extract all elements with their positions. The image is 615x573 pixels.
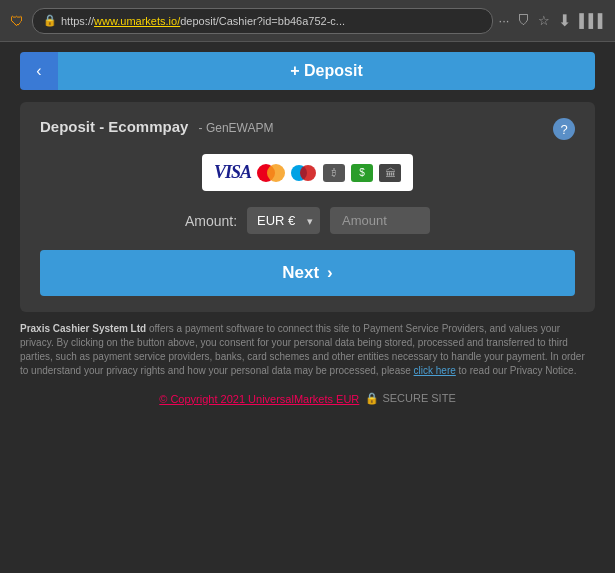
mastercard-logo — [257, 164, 285, 182]
card-provider-label: - GenEWAPM — [199, 121, 274, 135]
url-text: https://www.umarkets.io/deposit/Cashier?… — [61, 15, 345, 27]
browser-bar: 🛡 🔒 https://www.umarkets.io/deposit/Cash… — [0, 0, 615, 42]
maestro-logo — [291, 164, 317, 182]
currency-wrapper: EUR € USD $ GBP £ — [247, 207, 320, 234]
payment-logos: VISA ₿ $ 🏛 — [40, 154, 575, 191]
privacy-link[interactable]: click here — [414, 365, 456, 376]
url-path: deposit/Cashier?id=bb46a752-c... — [180, 15, 345, 27]
visa-logo: VISA — [214, 162, 251, 183]
copyright-text: © Copyright 2021 UniversalMarkets EUR — [159, 393, 359, 405]
security-shield-icon: 🛡 — [8, 12, 26, 30]
url-bar[interactable]: 🔒 https://www.umarkets.io/deposit/Cashie… — [32, 8, 493, 34]
mc-circle-orange — [267, 164, 285, 182]
deposit-title-bar: + Deposit — [58, 52, 595, 90]
footer: © Copyright 2021 UniversalMarkets EUR 🔒 … — [20, 388, 595, 405]
url-highlight: www.umarkets.io/ — [94, 15, 180, 27]
amount-row: Amount: EUR € USD $ GBP £ — [40, 207, 575, 234]
more-icon[interactable]: ··· — [499, 13, 510, 28]
money-logo: $ — [351, 164, 373, 182]
card-header: Deposit - Ecommpay - GenEWAPM ? — [40, 118, 575, 140]
amount-label: Amount: — [185, 213, 237, 229]
page-content: ‹ + Deposit Deposit - Ecommpay - GenEWAP… — [0, 42, 615, 573]
lock-icon: 🔒 — [43, 14, 57, 27]
browser-security: 🛡 — [8, 12, 26, 30]
deposit-title: + Deposit — [290, 62, 362, 80]
main-card: Deposit - Ecommpay - GenEWAPM ? VISA ₿ $ — [20, 102, 595, 312]
extensions-icon[interactable]: ▌▌▌ — [579, 13, 607, 28]
star-icon[interactable]: ☆ — [538, 13, 550, 28]
crypto-logo: ₿ — [323, 164, 345, 182]
next-button-label: Next — [282, 263, 319, 283]
maestro-circle-red — [300, 165, 316, 181]
card-title-text: Deposit - Ecommpay - GenEWAPM — [40, 118, 273, 135]
deposit-header: ‹ + Deposit — [20, 52, 595, 90]
bank-logo: 🏛 — [379, 164, 401, 182]
bookmark-icon[interactable]: ⛉ — [517, 13, 530, 28]
help-button[interactable]: ? — [553, 118, 575, 140]
card-title-label: Deposit - Ecommpay — [40, 118, 188, 135]
next-button-arrow: › — [327, 263, 333, 283]
currency-select[interactable]: EUR € USD $ GBP £ — [247, 207, 320, 234]
browser-actions: ··· ⛉ ☆ ⬇ ▌▌▌ — [499, 11, 607, 30]
logos-box: VISA ₿ $ 🏛 — [202, 154, 413, 191]
back-button[interactable]: ‹ — [20, 52, 58, 90]
download-icon[interactable]: ⬇ — [558, 11, 571, 30]
privacy-text: Praxis Cashier System Ltd offers a payme… — [20, 322, 595, 378]
card-title: Deposit - Ecommpay - GenEWAPM — [40, 118, 273, 136]
next-button[interactable]: Next › — [40, 250, 575, 296]
privacy-end: to read our Privacy Notice. — [459, 365, 577, 376]
company-name: Praxis Cashier System Ltd — [20, 323, 146, 334]
amount-input[interactable] — [330, 207, 430, 234]
secure-badge: 🔒 SECURE SITE — [365, 392, 455, 405]
